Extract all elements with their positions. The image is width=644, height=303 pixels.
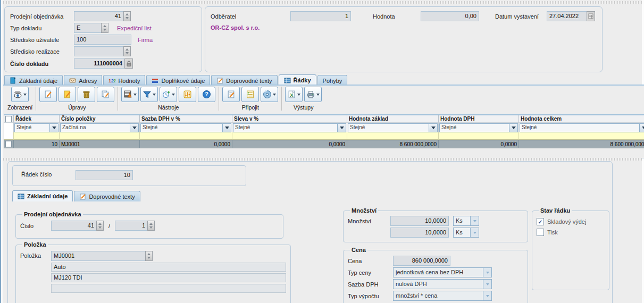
item-code-field[interactable]: MJ0001: [51, 251, 146, 261]
filter-value-input[interactable]: [14, 132, 60, 140]
price-fieldset: Cena Cena 860 000,0000 Typ ceny jednotko…: [343, 247, 528, 303]
row-checkbox[interactable]: [5, 141, 12, 147]
filter-op-combo[interactable]: Stejné: [14, 123, 58, 132]
help-icon: ?: [202, 90, 211, 99]
tab-zakladni-udaje[interactable]: Základní údaje: [4, 75, 63, 86]
settings-button[interactable]: [179, 87, 196, 102]
item-extra-field[interactable]: [51, 284, 286, 293]
quantity-field-2[interactable]: 10,0000: [390, 228, 449, 238]
column-header[interactable]: Hodnota celkem: [519, 115, 644, 123]
tab-doplnkove-udaje[interactable]: Doplňkové údaje: [146, 75, 210, 86]
refresh-button[interactable]: [160, 87, 177, 102]
order-number-field[interactable]: 41: [74, 11, 124, 21]
filter-op-combo[interactable]: Stejné: [348, 123, 438, 132]
tab-adresy[interactable]: Adresy: [64, 75, 102, 86]
column-header[interactable]: Sazba DPH v %: [140, 115, 232, 123]
wizard-button[interactable]: [121, 87, 139, 102]
export-excel-button[interactable]: X: [285, 87, 303, 102]
document-type-spinner[interactable]: [101, 23, 108, 33]
lock-icon: [126, 61, 132, 67]
attach-note-button[interactable]: [222, 87, 240, 102]
edit-record-button[interactable]: [58, 87, 76, 102]
realization-center-field[interactable]: [74, 46, 124, 56]
lock-button[interactable]: [124, 58, 133, 69]
order-number-field[interactable]: 41: [51, 221, 97, 231]
item-name-field[interactable]: Auto: [51, 263, 286, 272]
filter-value-input[interactable]: [439, 132, 519, 140]
column-header[interactable]: Sleva v %: [232, 115, 347, 123]
user-center-name: Firma: [138, 37, 153, 43]
order-number-spinner[interactable]: [123, 11, 131, 21]
value-field[interactable]: 0,00: [421, 11, 479, 21]
detail-tabbar: Základní údaje Doprovodné texty: [12, 190, 140, 201]
order-subnumber-field[interactable]: 1: [115, 221, 148, 231]
order-header-panel: Prodejní objednávka 41 Typ dokladu E Exp…: [4, 6, 202, 72]
filter-op-combo[interactable]: Stejné: [520, 123, 644, 132]
select-all-checkbox[interactable]: [5, 116, 12, 122]
filter-op-combo[interactable]: Stejné: [439, 123, 518, 132]
print-button[interactable]: [304, 87, 322, 102]
filter-op-combo[interactable]: Stejné: [233, 123, 346, 132]
print-checkbox[interactable]: [537, 229, 544, 236]
filter-button[interactable]: [140, 87, 158, 102]
realization-center-spinner[interactable]: [123, 46, 131, 56]
filter-value-input[interactable]: [60, 132, 140, 140]
copy-record-button[interactable]: [97, 87, 114, 102]
filter-op-combo[interactable]: Stejné: [140, 123, 231, 132]
column-header[interactable]: Řádek: [14, 115, 60, 123]
order-subnumber-spinner[interactable]: [147, 221, 155, 231]
filter-value-input[interactable]: [347, 132, 439, 140]
price-field[interactable]: 860 000,0000: [393, 256, 450, 266]
table-row[interactable]: 10 MJ0001 0,0000 0,0000 8 600 000,0000 0…: [4, 140, 644, 148]
document-type-field[interactable]: E: [74, 23, 102, 33]
tab-pohyby[interactable]: Pohyby: [317, 75, 348, 86]
line-number-field[interactable]: 10: [76, 170, 133, 180]
section-splitter[interactable]: [3, 158, 642, 161]
filter-value-input[interactable]: [519, 132, 644, 140]
column-header[interactable]: Hodnota DPH: [439, 115, 519, 123]
item-code-spinner[interactable]: [145, 251, 153, 261]
top-splitter[interactable]: [3, 1, 642, 4]
attach-checklist-button[interactable]: [241, 87, 259, 102]
unit-combo-1[interactable]: Ks: [453, 216, 479, 226]
order-number-spinner[interactable]: [96, 221, 104, 231]
filter-value-input[interactable]: [140, 132, 232, 140]
dropdown-arrow-icon: [509, 124, 517, 132]
table-header-row: Řádek Číslo položky Sazba DPH v % Sleva …: [4, 115, 644, 123]
tab-doprovodne-texty[interactable]: Doprovodné texty: [211, 75, 277, 86]
vat-rate-combo[interactable]: nulová DPH: [393, 279, 492, 289]
clock-refresh-icon: [162, 90, 171, 99]
delete-record-button[interactable]: [78, 87, 95, 102]
view-menu-button[interactable]: [11, 87, 29, 102]
column-header[interactable]: Číslo položky: [60, 115, 140, 123]
document-number-field[interactable]: 111000004: [74, 58, 125, 69]
quantity-field-1[interactable]: 10,0000: [390, 216, 449, 226]
filter-value-input[interactable]: [232, 132, 347, 140]
detail-tab-doprovodne-texty[interactable]: Doprovodné texty: [74, 191, 140, 201]
tab-hodnoty[interactable]: 123 Hodnoty: [103, 75, 145, 86]
price-type-combo[interactable]: jednotková cena bez DPH: [393, 267, 492, 277]
cell-cislo-polozky: MJ0001: [60, 140, 140, 148]
stock-issue-checkbox[interactable]: ✓: [537, 218, 544, 225]
user-center-field[interactable]: 100: [74, 35, 131, 45]
copy-record-icon: [101, 90, 110, 99]
vat-rate-label: Sazba DPH: [348, 281, 393, 288]
issue-date-field[interactable]: 27.04.2022: [547, 11, 587, 21]
column-header[interactable]: Hodnota základ: [347, 115, 439, 123]
new-record-button[interactable]: [39, 87, 57, 102]
attach-media-button[interactable]: [261, 87, 278, 102]
cell-sleva: 0,0000: [232, 140, 347, 148]
dropdown-arrow-icon: [483, 291, 491, 300]
filter-op-combo[interactable]: Začíná na: [60, 123, 139, 132]
tab-radky[interactable]: Řádky: [279, 74, 316, 86]
calc-type-combo[interactable]: množství * cena: [393, 291, 492, 301]
unit-combo-2[interactable]: Ks: [453, 228, 479, 238]
customer-field[interactable]: 1: [290, 11, 351, 21]
date-picker-button[interactable]: [587, 11, 595, 21]
detail-tab-zakladni-udaje[interactable]: Základní údaje: [12, 190, 73, 201]
item-description-field[interactable]: MJ120 TDI: [51, 273, 286, 282]
select-all-header-cell: [4, 115, 14, 123]
toolbar-group-label: Výstupy: [294, 104, 313, 111]
line-status-fieldset: Stav řádku ✓ Skladový výdej Tisk: [532, 207, 609, 290]
help-button[interactable]: ?: [198, 87, 215, 102]
